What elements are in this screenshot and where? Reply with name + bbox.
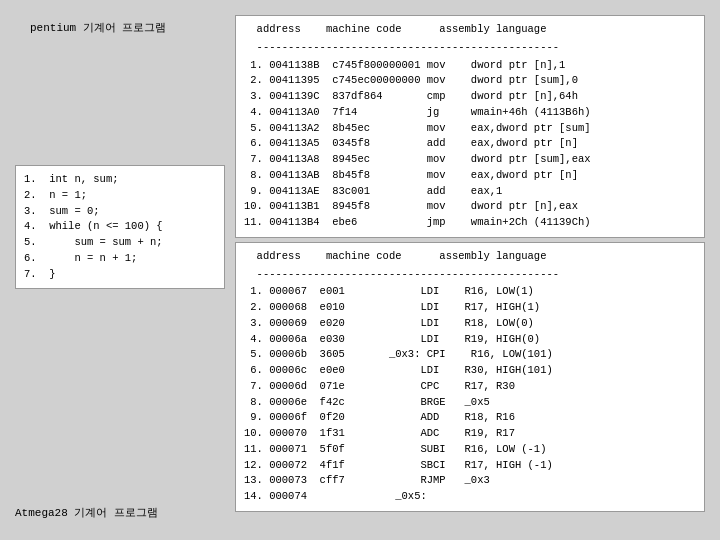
- bottom-row-9: 9. 00006f 0f20 ADD R18, R16: [244, 410, 696, 426]
- top-row-3: 3. 0041139C 837df864 cmp dword ptr [n],6…: [244, 89, 696, 105]
- bottom-table: address machine code assembly language -…: [235, 242, 705, 512]
- top-table-header: address machine code assembly language: [244, 22, 696, 38]
- main-panel: address machine code assembly language -…: [235, 15, 705, 525]
- bottom-label: Atmega28 기계어 프로그램: [15, 505, 158, 520]
- bottom-row-7: 7. 00006d 071e CPC R17, R30: [244, 379, 696, 395]
- top-row-9: 9. 004113AE 83c001 add eax,1: [244, 184, 696, 200]
- bottom-row-3: 3. 000069 e020 LDI R18, LOW(0): [244, 316, 696, 332]
- top-row-10: 10. 004113B1 8945f8 mov dword ptr [n],ea…: [244, 199, 696, 215]
- bottom-row-10: 10. 000070 1f31 ADC R19, R17: [244, 426, 696, 442]
- top-label: pentium 기계어 프로그램: [30, 20, 166, 35]
- left-code-line-6: 6. n = n + 1;: [24, 251, 216, 267]
- top-row-11: 11. 004113B4 ebe6 jmp wmain+2Ch (41139Ch…: [244, 215, 696, 231]
- bottom-row-6: 6. 00006c e0e0 LDI R30, HIGH(101): [244, 363, 696, 379]
- left-code-line-3: 3. sum = 0;: [24, 204, 216, 220]
- left-code-line-7: 7. }: [24, 267, 216, 283]
- top-row-2: 2. 00411395 c745ec00000000 mov dword ptr…: [244, 73, 696, 89]
- top-row-4: 4. 004113A0 7f14 jg wmain+46h (4113B6h): [244, 105, 696, 121]
- top-table: address machine code assembly language -…: [235, 15, 705, 238]
- bottom-row-1: 1. 000067 e001 LDI R16, LOW(1): [244, 284, 696, 300]
- bottom-table-header: address machine code assembly language: [244, 249, 696, 265]
- top-row-7: 7. 004113A8 8945ec mov dword ptr [sum],e…: [244, 152, 696, 168]
- bottom-row-4: 4. 00006a e030 LDI R19, HIGH(0): [244, 332, 696, 348]
- bottom-table-divider: ----------------------------------------…: [244, 267, 696, 283]
- bottom-row-14: 14. 000074 _0x5:: [244, 489, 696, 505]
- left-code-panel: 1. int n, sum; 2. n = 1; 3. sum = 0; 4. …: [15, 165, 225, 289]
- top-row-1: 1. 0041138B c745f800000001 mov dword ptr…: [244, 58, 696, 74]
- top-row-8: 8. 004113AB 8b45f8 mov eax,dword ptr [n]: [244, 168, 696, 184]
- outer-container: pentium 기계어 프로그램 1. int n, sum; 2. n = 1…: [10, 10, 710, 530]
- bottom-row-11: 11. 000071 5f0f SUBI R16, LOW (-1): [244, 442, 696, 458]
- left-code-line-1: 1. int n, sum;: [24, 172, 216, 188]
- top-row-6: 6. 004113A5 0345f8 add eax,dword ptr [n]: [244, 136, 696, 152]
- left-code-line-4: 4. while (n <= 100) {: [24, 219, 216, 235]
- bottom-row-8: 8. 00006e f42c BRGE _0x5: [244, 395, 696, 411]
- bottom-row-13: 13. 000073 cff7 RJMP _0x3: [244, 473, 696, 489]
- left-code-line-5: 5. sum = sum + n;: [24, 235, 216, 251]
- left-code-line-2: 2. n = 1;: [24, 188, 216, 204]
- bottom-row-2: 2. 000068 e010 LDI R17, HIGH(1): [244, 300, 696, 316]
- top-row-5: 5. 004113A2 8b45ec mov eax,dword ptr [su…: [244, 121, 696, 137]
- bottom-row-5: 5. 00006b 3605 _0x3: CPI R16, LOW(101): [244, 347, 696, 363]
- bottom-row-12: 12. 000072 4f1f SBCI R17, HIGH (-1): [244, 458, 696, 474]
- top-table-divider: ----------------------------------------…: [244, 40, 696, 56]
